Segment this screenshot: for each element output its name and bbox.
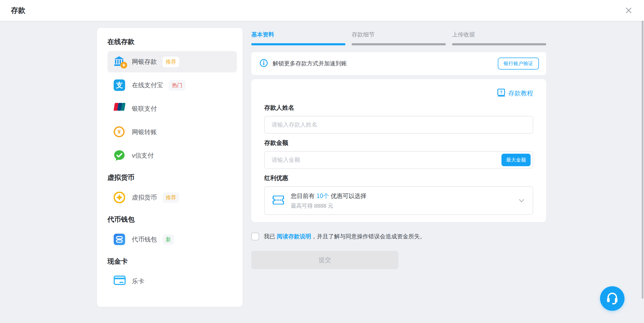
sidebar-item-alipay[interactable]: 支 在线支付宝 热门	[107, 74, 237, 96]
depositor-name-input[interactable]	[264, 116, 533, 134]
sidebar-item-vpay[interactable]: v信支付	[107, 145, 237, 166]
step-tabs: 基本资料 存款细节 上传收据	[251, 31, 546, 45]
sidebar-item-bank-transfer[interactable]: ¥ 网银转账	[107, 121, 237, 143]
sidebar-item-label: 乐卡	[132, 277, 144, 285]
gold-coin-icon	[114, 192, 125, 203]
deposit-form-card: ? 存款教程 存款人姓名 存款金额 最大金额 红利优惠 您目前有 10个 优惠可…	[251, 79, 546, 222]
tab-label: 上传收据	[452, 31, 546, 39]
chevron-down-icon	[518, 197, 525, 204]
sidebar-item-label: 虚拟货币	[132, 193, 157, 202]
close-icon[interactable]	[624, 6, 633, 15]
recommended-badge: 推荐	[163, 192, 179, 203]
svg-text:?: ?	[500, 90, 503, 95]
tab-progress-bar	[352, 43, 446, 45]
coin-yuan-icon: ¥	[114, 126, 125, 138]
tab-progress-bar	[251, 43, 345, 45]
section-title-online-deposit: 在线存款	[107, 37, 234, 46]
bonus-summary: 您目前有 10个 优惠可以选择 最高可得 8888 元	[291, 192, 518, 209]
tutorial-book-icon: ?	[497, 89, 505, 98]
sidebar-item-bank-deposit[interactable]: 网银存款 推荐	[107, 51, 237, 72]
bonus-max-text: 最高可得 8888 元	[291, 202, 518, 209]
recommended-badge: 推荐	[163, 57, 179, 67]
coupon-icon	[273, 196, 284, 206]
headset-icon	[606, 291, 619, 306]
tab-deposit-details[interactable]: 存款细节	[352, 31, 446, 45]
bonus-count: 10个	[316, 192, 329, 199]
scrollbar[interactable]	[642, 19, 643, 299]
info-icon	[260, 59, 268, 68]
sidebar-item-le-card[interactable]: 乐卡	[107, 271, 237, 292]
lightning-badge-icon	[120, 62, 127, 69]
deposit-tutorial-link[interactable]: ? 存款教程	[264, 88, 533, 98]
tab-basic-info[interactable]: 基本资料	[251, 31, 345, 45]
section-title-cash-card: 现金卡	[107, 257, 234, 266]
sidebar-item-label: 网银转账	[132, 128, 157, 136]
tab-upload-receipt[interactable]: 上传收据	[452, 31, 546, 45]
depositor-name-label: 存款人姓名	[264, 104, 533, 112]
unlock-notice-bar: 解锁更多存款方式并加速到账 银行账户验证	[251, 52, 546, 75]
sidebar-item-label: 银联支付	[132, 104, 157, 113]
wechat-icon	[114, 150, 125, 161]
sidebar-item-unionpay[interactable]: 银联支付	[107, 98, 237, 119]
tab-progress-bar	[452, 43, 546, 45]
customer-support-button[interactable]	[600, 286, 624, 311]
section-title-token-wallet: 代币钱包	[107, 215, 234, 224]
max-amount-button[interactable]: 最大金额	[501, 154, 531, 166]
cash-card-icon	[114, 276, 125, 287]
tutorial-link-label: 存款教程	[508, 89, 533, 97]
sidebar-item-label: 代币钱包	[132, 235, 157, 244]
tab-label: 基本资料	[251, 31, 345, 39]
tab-label: 存款细节	[352, 31, 446, 39]
alipay-icon: 支	[114, 79, 125, 91]
section-title-crypto: 虚拟货币	[107, 173, 234, 182]
payment-methods-sidebar: 在线存款 网银存款 推荐 支 在线支付宝 热门 银联支付	[97, 28, 243, 307]
agreement-checkbox[interactable]	[251, 233, 259, 240]
deposit-amount-input[interactable]	[264, 151, 533, 169]
modal-header: 存款	[0, 0, 644, 21]
sidebar-item-label: 在线支付宝	[132, 81, 163, 89]
agreement-row: 我已 阅读存款说明，并且了解与同意操作错误会造成资金所失。	[251, 233, 426, 240]
bonus-label: 红利优惠	[264, 174, 533, 182]
submit-button[interactable]: 提交	[251, 251, 398, 269]
new-badge: 新	[163, 234, 174, 245]
bank-lightning-icon	[114, 56, 125, 67]
sidebar-item-crypto[interactable]: 虚拟货币 推荐	[107, 187, 237, 208]
page-title: 存款	[11, 5, 25, 15]
unionpay-icon	[114, 103, 125, 114]
deposit-modal: 存款 在线存款 网银存款 推荐 支 在线支付宝 热门	[0, 0, 644, 323]
agreement-text: 我已 阅读存款说明，并且了解与同意操作错误会造成资金所失。	[264, 233, 426, 240]
deposit-instructions-link[interactable]: 阅读存款说明	[277, 233, 311, 240]
sidebar-item-token-wallet[interactable]: 代币钱包 新	[107, 229, 237, 250]
bank-account-verify-button[interactable]: 银行账户验证	[498, 58, 539, 70]
deposit-amount-label: 存款金额	[264, 139, 533, 147]
notice-text: 解锁更多存款方式并加速到账	[273, 60, 347, 67]
bonus-select[interactable]: 您目前有 10个 优惠可以选择 最高可得 8888 元	[264, 186, 533, 215]
hot-badge: 热门	[169, 80, 185, 91]
sidebar-item-label: 网银存款	[132, 58, 157, 66]
sidebar-item-label: v信支付	[132, 151, 154, 160]
token-wallet-icon	[114, 234, 125, 245]
